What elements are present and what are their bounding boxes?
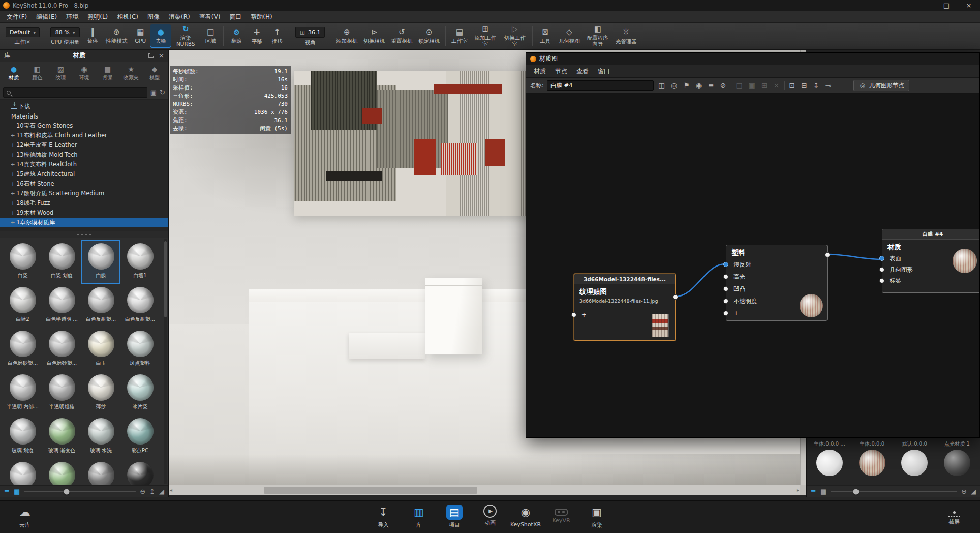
tree-expander[interactable]: +: [9, 200, 16, 206]
menu-image[interactable]: 图像: [143, 11, 164, 23]
tumble-button[interactable]: 翻滚: [226, 24, 247, 48]
scroll-left-arrow-icon[interactable]: [170, 487, 172, 493]
graph-menu-material[interactable]: 材质: [529, 65, 550, 78]
studio-button[interactable]: 工作室: [448, 24, 471, 48]
tree-expander[interactable]: +: [9, 190, 16, 197]
dock-screenshot[interactable]: 截屏: [938, 501, 970, 526]
tree-item[interactable]: +11布料和皮革 Cloth and Leather: [0, 131, 168, 140]
bump-port[interactable]: [723, 286, 728, 291]
workspace-selector[interactable]: Default 工作区: [3, 24, 42, 48]
configurator-wizard-button[interactable]: 配置程序向导: [583, 24, 612, 48]
material-thumb[interactable]: 冰片瓷: [120, 371, 160, 415]
material-thumb[interactable]: 玻璃 划痕: [3, 415, 42, 459]
material-graph-window[interactable]: 材质图 材质 节点 查看 窗口 名称:: [526, 52, 980, 438]
slider-knob[interactable]: [64, 489, 69, 494]
tree-item[interactable]: +14真实布料 RealCloth: [0, 160, 168, 169]
opacity-port[interactable]: [723, 299, 728, 304]
search-box[interactable]: [3, 87, 147, 98]
save-icon[interactable]: [657, 81, 666, 90]
bin-list-view-icon[interactable]: [811, 488, 816, 495]
fit-view-icon[interactable]: [788, 81, 797, 90]
fov-field[interactable]: 36.1 视角: [293, 24, 327, 48]
material-thumb[interactable]: [3, 459, 42, 485]
material-thumb[interactable]: 白色磨砂塑...: [3, 328, 42, 371]
tree-expander[interactable]: +: [9, 171, 16, 177]
material-thumb[interactable]: 半透明粗糙: [42, 371, 81, 415]
duplicate-icon[interactable]: [760, 81, 769, 90]
bin-material-sphere[interactable]: [901, 450, 928, 476]
delete-icon[interactable]: [772, 81, 781, 90]
geometry-node-button[interactable]: 几何图形节点: [853, 80, 909, 91]
filter-icon[interactable]: [707, 81, 716, 90]
material-thumb[interactable]: 彩点PC: [120, 415, 160, 459]
menu-environment[interactable]: 环境: [62, 11, 83, 23]
paste-icon[interactable]: [747, 81, 757, 90]
tree-item[interactable]: +15建筑 Architectural: [0, 169, 168, 179]
tree-item[interactable]: +13模德蚀纹 Mold-Tech: [0, 150, 168, 160]
graph-window-titlebar[interactable]: 材质图: [526, 53, 979, 65]
material-thumb[interactable]: 薄纱: [81, 371, 120, 415]
expand-icon[interactable]: [812, 81, 821, 90]
grid-view-icon[interactable]: [14, 488, 20, 495]
bin-material[interactable]: 主体:0:0:0 ...: [808, 439, 851, 485]
material-thumb[interactable]: [120, 459, 160, 485]
tools-button[interactable]: 工具: [535, 24, 556, 48]
graph-menu-node[interactable]: 节点: [550, 65, 572, 78]
tree-expander[interactable]: +: [9, 142, 16, 149]
dock-library[interactable]: 库: [403, 501, 435, 529]
resize-grip-icon[interactable]: [159, 488, 164, 495]
viewport-horizontal-scrollbar[interactable]: [169, 485, 800, 495]
bin-grid-view-icon[interactable]: [820, 488, 826, 495]
actual-size-icon[interactable]: [800, 81, 809, 90]
slider-knob[interactable]: [853, 489, 859, 494]
maximize-button[interactable]: □: [935, 0, 958, 11]
plastic-input-specular[interactable]: 高光: [726, 271, 827, 283]
bin-material[interactable]: 主体:0:0:0: [851, 439, 894, 485]
upload-icon[interactable]: [149, 488, 155, 495]
tab-favorites[interactable]: 收藏夹: [119, 64, 143, 83]
material-input-label[interactable]: 标签: [882, 275, 979, 286]
minimize-button[interactable]: –: [913, 0, 935, 11]
menu-file[interactable]: 文件(F): [2, 11, 32, 23]
tab-colors[interactable]: 颜色: [25, 64, 49, 83]
tree-item[interactable]: 10宝石 Gem Stones: [0, 121, 168, 131]
bin-material-sphere[interactable]: [944, 450, 970, 476]
label-port[interactable]: [879, 278, 884, 283]
tree-item[interactable]: +12电子皮革 E-Leather: [0, 140, 168, 150]
dock-import[interactable]: 导入: [368, 501, 399, 529]
tree-expander[interactable]: +: [9, 152, 16, 158]
material-preview-icon[interactable]: [669, 81, 679, 90]
bin-material[interactable]: 点光材质 1: [936, 439, 978, 485]
material-thumb[interactable]: 白瓷: [3, 240, 42, 284]
performance-mode-button[interactable]: 性能模式: [103, 24, 130, 48]
plastic-output-port[interactable]: [825, 252, 830, 257]
tree-expander[interactable]: +: [9, 210, 16, 216]
texture-output-port[interactable]: [673, 294, 678, 300]
thumbnail-size-slider[interactable]: [24, 491, 136, 492]
material-thumb[interactable]: 白色反射塑...: [120, 284, 160, 328]
search-input[interactable]: [13, 89, 144, 96]
node-graph-canvas[interactable]: 3d66Model-1322448-files... 纹理贴图 3d66Mode…: [526, 94, 979, 437]
material-name-input[interactable]: [547, 80, 654, 91]
denoise-button[interactable]: 去噪: [150, 24, 171, 48]
dock-cloud-library[interactable]: 云库: [9, 501, 41, 529]
plastic-input-diffuse[interactable]: 漫反射: [726, 258, 827, 271]
input-port[interactable]: [571, 312, 576, 317]
tree-expander[interactable]: +: [9, 161, 16, 168]
lock-camera-button[interactable]: 锁定相机: [415, 24, 443, 48]
surface-port-connected[interactable]: [879, 256, 884, 261]
tree-item[interactable]: +16石材 Stone: [0, 179, 168, 189]
panel-splitter[interactable]: [0, 231, 168, 238]
tree-expander[interactable]: +: [9, 181, 16, 187]
pause-button[interactable]: 暂停: [82, 24, 103, 48]
add-studio-button[interactable]: 添加工作室: [471, 24, 500, 48]
bin-size-slider[interactable]: [831, 491, 957, 492]
dock-project-active[interactable]: 项目: [439, 501, 470, 529]
dock-keyshotxr[interactable]: KeyShotXR: [510, 501, 541, 529]
tree-item-downloads[interactable]: 下载: [0, 102, 168, 111]
tree-item-materials-root[interactable]: Materials: [0, 111, 168, 121]
menu-lighting[interactable]: 照明(L): [83, 11, 112, 23]
tab-environments[interactable]: 环境: [72, 64, 96, 83]
material-thumb[interactable]: 玻璃 渐变色: [42, 415, 81, 459]
geometry-view-button[interactable]: 几何视图: [556, 24, 583, 48]
